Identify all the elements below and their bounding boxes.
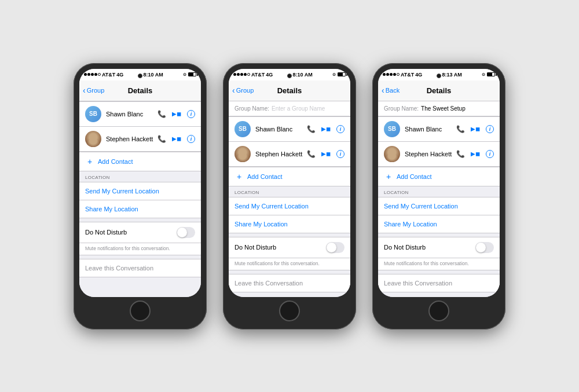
back-label[interactable]: Group <box>236 87 254 94</box>
signal-dots <box>84 73 101 76</box>
signal-dot-1 <box>233 73 236 76</box>
leave-conversation-row[interactable]: Leave this Conversation <box>378 274 500 292</box>
signal-dot-3 <box>91 73 94 76</box>
back-label[interactable]: Back <box>386 87 400 94</box>
info-icon[interactable]: i <box>336 150 345 158</box>
phone-icon[interactable]: 📞 <box>307 125 316 133</box>
status-right: ⊙ <box>482 72 495 77</box>
leave-conversation-row[interactable]: Leave this Conversation <box>229 274 350 292</box>
location-icon: ⊙ <box>183 72 186 77</box>
add-contact-row[interactable]: + Add Contact <box>229 167 350 186</box>
phones-container: AT&T 4G 8:10 AM ⊙ ‹ Group Details SB Sha… <box>62 52 517 341</box>
contact-action-icons: 📞 ▶◼ i <box>456 125 494 133</box>
contact-row[interactable]: SB Shawn Blanc 📞 ▶◼ i <box>79 102 201 127</box>
contact-row[interactable]: SB Shawn Blanc 📞 ▶◼ i <box>229 117 350 142</box>
info-icon[interactable]: i <box>486 150 494 158</box>
phone-3: AT&T 4G 8:13 AM ⊙ ‹ Back Details Group N… <box>372 63 505 329</box>
signal-dot-5 <box>247 73 250 76</box>
signal-dot-1 <box>383 73 386 76</box>
content-area: Group Name:The Sweet Setup SB Shawn Blan… <box>378 101 500 297</box>
location-item[interactable]: Share My Location <box>229 215 350 233</box>
contact-action-icons: 📞 ▶◼ i <box>456 150 494 158</box>
location-item[interactable]: Share My Location <box>79 200 201 218</box>
content-area: Group Name:Enter a Group Name SB Shawn B… <box>229 101 350 297</box>
phone-1: AT&T 4G 8:10 AM ⊙ ‹ Group Details SB Sha… <box>74 63 207 329</box>
leave-conversation-row[interactable]: Leave this Conversation <box>79 259 201 277</box>
contacts-section: SB Shawn Blanc 📞 ▶◼ i Stephen Hackett 📞 … <box>378 116 500 167</box>
nav-bar: ‹ Group Details <box>79 80 201 101</box>
contact-row[interactable]: Stephen Hackett 📞 ▶◼ i <box>79 127 201 151</box>
add-contact-row[interactable]: + Add Contact <box>79 152 201 171</box>
contact-name: Stephen Hackett <box>405 151 456 157</box>
info-icon[interactable]: i <box>336 125 345 133</box>
video-icon[interactable]: ▶◼ <box>172 111 181 117</box>
video-icon[interactable]: ▶◼ <box>172 135 181 142</box>
contact-row[interactable]: Stephen Hackett 📞 ▶◼ i <box>378 142 500 166</box>
dnd-section: Do Not Disturb Mute notifications for th… <box>79 222 201 255</box>
video-icon[interactable]: ▶◼ <box>321 126 331 132</box>
location-item[interactable]: Send My Current Location <box>79 182 201 200</box>
signal-dot-3 <box>240 73 243 76</box>
group-name-row: Group Name:Enter a Group Name <box>229 101 350 116</box>
location-section-header: LOCATION <box>79 171 201 182</box>
home-button[interactable] <box>428 301 449 321</box>
dnd-section: Do Not Disturb Mute notifications for th… <box>229 237 350 270</box>
location-item[interactable]: Send My Current Location <box>378 197 500 215</box>
dnd-toggle[interactable] <box>475 242 494 253</box>
back-button[interactable]: ‹ Group <box>83 86 104 94</box>
contact-action-icons: 📞 ▶◼ i <box>307 150 345 158</box>
location-item[interactable]: Send My Current Location <box>229 197 350 215</box>
back-button[interactable]: ‹ Back <box>382 86 400 94</box>
dnd-row: Do Not Disturb <box>79 222 201 243</box>
info-icon[interactable]: i <box>187 135 195 143</box>
avatar <box>234 146 251 162</box>
location-section: Send My Current LocationShare My Locatio… <box>378 197 500 233</box>
nav-title: Details <box>427 86 452 95</box>
signal-dot-2 <box>237 73 240 76</box>
add-contact-label[interactable]: Add Contact <box>98 158 133 165</box>
contact-name: Stephen Hackett <box>255 151 307 157</box>
phone-icon[interactable]: 📞 <box>307 150 316 158</box>
location-section-header: LOCATION <box>378 186 500 197</box>
group-name-label: Group Name: <box>384 105 419 112</box>
dnd-toggle[interactable] <box>177 227 195 238</box>
phone-icon[interactable]: 📞 <box>456 125 465 133</box>
location-item[interactable]: Share My Location <box>378 215 500 233</box>
status-right: ⊙ <box>183 72 196 77</box>
contact-name: Shawn Blanc <box>405 126 456 133</box>
back-button[interactable]: ‹ Group <box>232 86 254 94</box>
add-contact-label[interactable]: Add Contact <box>397 173 432 180</box>
plus-icon: + <box>85 157 94 166</box>
dnd-toggle[interactable] <box>326 242 345 253</box>
nav-bar: ‹ Back Details <box>378 80 500 101</box>
signal-dot-1 <box>84 73 87 76</box>
nav-bar: ‹ Group Details <box>229 80 350 101</box>
contact-action-icons: 📞 ▶◼ i <box>157 135 195 143</box>
info-icon[interactable]: i <box>486 125 494 133</box>
phone-icon[interactable]: 📞 <box>456 150 465 158</box>
contact-action-icons: 📞 ▶◼ i <box>157 110 195 118</box>
dnd-subtitle: Mute notifications for this conversation… <box>79 243 201 255</box>
contact-row[interactable]: Stephen Hackett 📞 ▶◼ i <box>229 142 350 166</box>
add-contact-label[interactable]: Add Contact <box>247 173 283 180</box>
back-label[interactable]: Group <box>87 87 105 94</box>
contacts-section: SB Shawn Blanc 📞 ▶◼ i Stephen Hackett 📞 … <box>79 101 201 152</box>
group-name-value: The Sweet Setup <box>421 105 466 112</box>
video-icon[interactable]: ▶◼ <box>321 151 331 157</box>
contact-row[interactable]: SB Shawn Blanc 📞 ▶◼ i <box>378 117 500 142</box>
location-icon: ⊙ <box>482 72 485 77</box>
phone-icon[interactable]: 📞 <box>157 110 166 118</box>
camera-dot <box>138 74 142 78</box>
video-icon[interactable]: ▶◼ <box>471 151 480 157</box>
add-contact-row[interactable]: + Add Contact <box>378 167 500 186</box>
camera-dot <box>287 74 292 78</box>
dnd-row: Do Not Disturb <box>378 237 500 258</box>
contact-name: Shawn Blanc <box>106 111 157 118</box>
phone-icon[interactable]: 📞 <box>157 135 166 143</box>
info-icon[interactable]: i <box>187 110 195 118</box>
video-icon[interactable]: ▶◼ <box>471 126 480 132</box>
home-button[interactable] <box>130 301 151 321</box>
home-button[interactable] <box>279 301 300 321</box>
location-section-header: LOCATION <box>229 186 350 197</box>
content-area: SB Shawn Blanc 📞 ▶◼ i Stephen Hackett 📞 … <box>79 101 201 297</box>
